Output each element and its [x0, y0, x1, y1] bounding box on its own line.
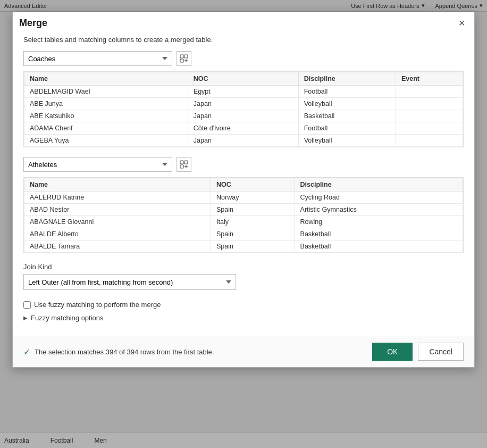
table1-col-event[interactable]: Event [396, 72, 463, 86]
table-row: ABE Katsuhiko Japan Basketball [24, 110, 463, 122]
table2-dropdown-row: Atheletes [23, 157, 464, 172]
table2-col-name[interactable]: Name [24, 178, 211, 192]
table-row: ABAD Nestor Spain Artistic Gymnastics [24, 204, 463, 216]
status-text: The selection matches 394 of 394 rows fr… [35, 348, 214, 356]
cell-event [396, 110, 463, 122]
cell-name: AGEBA Yuya [24, 135, 188, 147]
dialog-close-button[interactable]: ✕ [455, 16, 468, 29]
table1-col-name[interactable]: Name [24, 72, 188, 86]
cell-name: ABE Katsuhiko [24, 110, 188, 122]
cell-noc: Japan [188, 135, 298, 147]
cell-discipline: Artistic Gymnastics [295, 204, 463, 216]
table2-dropdown[interactable]: Atheletes [23, 157, 172, 172]
table1-dropdown-row: Coaches [23, 51, 464, 66]
cell-event [396, 86, 463, 98]
svg-rect-6 [184, 161, 188, 164]
table2-col-noc[interactable]: NOC [211, 178, 295, 192]
svg-rect-7 [180, 165, 183, 168]
cell-noc: Norway [211, 192, 295, 204]
ok-button[interactable]: OK [372, 343, 413, 361]
cell-name: ABAD Nestor [24, 204, 211, 216]
fuzzy-options-label: Fuzzy matching options [31, 314, 104, 322]
cell-discipline: Basketball [298, 110, 396, 122]
cell-name: ABE Junya [24, 98, 188, 110]
cell-discipline: Basketball [295, 228, 463, 240]
cell-discipline: Football [298, 122, 396, 135]
dialog-titlebar: Merge ✕ [13, 12, 474, 31]
cell-event [396, 122, 463, 135]
cell-name: ABAGNALE Giovanni [24, 216, 211, 228]
table-row: ADAMA Cherif Côte d'Ivoire Football [24, 122, 463, 135]
cell-noc: Italy [211, 216, 295, 228]
cell-discipline: Volleyball [298, 98, 396, 110]
cell-name: ABALDE Tamara [24, 240, 211, 253]
fuzzy-checkbox-label: Use fuzzy matching to perform the merge [34, 301, 161, 309]
svg-rect-1 [184, 55, 188, 58]
join-kind-section: Join Kind Left Outer (all from first, ma… [23, 263, 464, 296]
cell-event [396, 135, 463, 147]
table-row: AALERUD Katrine Norway Cycling Road [24, 192, 463, 204]
table-row: ABALDE Tamara Spain Basketball [24, 240, 463, 253]
cell-noc: Côte d'Ivoire [188, 122, 298, 135]
merge-dialog: Merge ✕ Select tables and matching colum… [12, 12, 475, 368]
table1-dropdown[interactable]: Coaches [23, 51, 172, 66]
table2-settings-icon [180, 160, 188, 169]
fuzzy-checkbox[interactable] [23, 301, 31, 309]
table2: Name NOC Discipline AALERUD Katrine Norw… [24, 178, 463, 253]
table2-col-discipline[interactable]: Discipline [295, 178, 463, 192]
cell-noc: Spain [211, 204, 295, 216]
cell-discipline: Rowing [295, 216, 463, 228]
table1-icon-button[interactable] [177, 51, 191, 66]
dialog-body: Select tables and matching columns to cr… [13, 31, 474, 336]
cell-noc: Spain [211, 240, 295, 253]
cell-noc: Japan [188, 98, 298, 110]
cell-name: AALERUD Katrine [24, 192, 211, 204]
table-row: ABAGNALE Giovanni Italy Rowing [24, 216, 463, 228]
cell-name: ABALDE Alberto [24, 228, 211, 240]
status-check-icon: ✓ [23, 347, 30, 357]
cell-discipline: Basketball [295, 240, 463, 253]
cell-discipline: Cycling Road [295, 192, 463, 204]
table2-header-row: Name NOC Discipline [24, 178, 463, 192]
join-kind-label: Join Kind [23, 263, 464, 271]
table1-container: Name NOC Discipline Event ABDELMAGID Wae… [23, 71, 464, 147]
table-row: ABDELMAGID Wael Egypt Football [24, 86, 463, 98]
cell-noc: Egypt [188, 86, 298, 98]
table2-icon-button[interactable] [177, 157, 191, 172]
join-kind-dropdown[interactable]: Left Outer (all from first, matching fro… [23, 274, 236, 290]
table-row: ABE Junya Japan Volleyball [24, 98, 463, 110]
table1-col-noc[interactable]: NOC [188, 72, 298, 86]
table-row: ABALDE Alberto Spain Basketball [24, 228, 463, 240]
table1-col-discipline[interactable]: Discipline [298, 72, 396, 86]
svg-rect-0 [180, 55, 183, 58]
dialog-title: Merge [19, 18, 47, 29]
table1-header-row: Name NOC Discipline Event [24, 72, 463, 86]
cell-name: ADAMA Cherif [24, 122, 188, 135]
cell-event [396, 98, 463, 110]
cell-discipline: Volleyball [298, 135, 396, 147]
table2-container: Name NOC Discipline AALERUD Katrine Norw… [23, 177, 464, 253]
svg-rect-2 [180, 59, 183, 62]
footer-buttons: OK Cancel [372, 343, 464, 361]
cell-discipline: Football [298, 86, 396, 98]
svg-rect-5 [180, 161, 183, 164]
fuzzy-options-chevron-icon: ▶ [23, 315, 28, 321]
table1: Name NOC Discipline Event ABDELMAGID Wae… [24, 72, 463, 147]
cell-name: ABDELMAGID Wael [24, 86, 188, 98]
cell-noc: Japan [188, 110, 298, 122]
dialog-description: Select tables and matching columns to cr… [23, 36, 464, 44]
fuzzy-options-row[interactable]: ▶ Fuzzy matching options [23, 314, 464, 322]
cancel-button[interactable]: Cancel [418, 343, 464, 361]
modal-overlay: Merge ✕ Select tables and matching colum… [0, 0, 487, 448]
footer-status: ✓ The selection matches 394 of 394 rows … [23, 347, 214, 357]
cell-noc: Spain [211, 228, 295, 240]
fuzzy-checkbox-row: Use fuzzy matching to perform the merge [23, 301, 464, 309]
dialog-footer: ✓ The selection matches 394 of 394 rows … [13, 336, 474, 367]
table1-settings-icon [180, 54, 188, 63]
table-row: AGEBA Yuya Japan Volleyball [24, 135, 463, 147]
